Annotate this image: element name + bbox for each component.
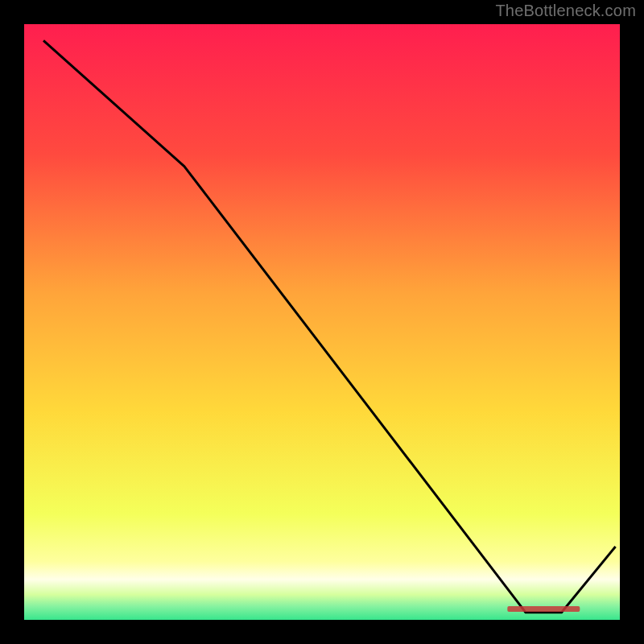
trough-label bbox=[507, 606, 580, 612]
attribution-text: TheBottleneck.com bbox=[495, 2, 636, 20]
chart-stage: TheBottleneck.com bbox=[0, 0, 644, 644]
plot-background bbox=[23, 23, 621, 621]
chart-svg bbox=[0, 0, 644, 644]
